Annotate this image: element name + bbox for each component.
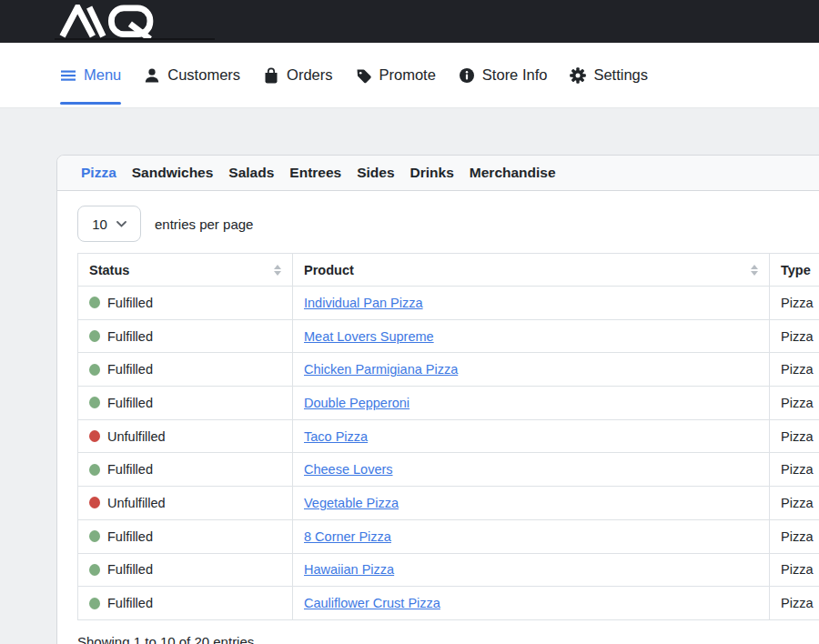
entries-per-page-value: 10 xyxy=(92,216,107,232)
status-dot xyxy=(89,397,100,408)
type-cell: Pizza xyxy=(770,453,819,487)
status-label: Fulfilled xyxy=(107,596,153,610)
column-header-product[interactable]: Product xyxy=(293,254,770,287)
menu-card: Pizza Sandwiches Salads Entrees Sides Dr… xyxy=(56,155,819,644)
status-label: Fulfilled xyxy=(107,462,153,477)
tab-sides[interactable]: Sides xyxy=(357,165,394,181)
sort-icon xyxy=(751,265,758,276)
status-dot xyxy=(89,430,100,442)
type-cell: Pizza xyxy=(770,587,819,620)
logo-underline xyxy=(55,38,215,40)
type-cell: Pizza xyxy=(770,387,819,420)
nav-item-label: Promote xyxy=(379,66,436,84)
entries-per-page-row: 10 entries per page xyxy=(77,206,819,242)
status-dot xyxy=(89,364,100,376)
nav-item-label: Orders xyxy=(287,66,332,84)
status-dot xyxy=(89,497,100,508)
shopping-bag-icon xyxy=(263,67,279,84)
tag-icon xyxy=(356,67,372,84)
products-table: Status Product Type xyxy=(77,253,819,620)
table-row: Fulfilled Chicken Parmigiana Pizza Pizza xyxy=(78,353,819,387)
type-cell: Pizza xyxy=(770,419,819,453)
column-label: Product xyxy=(304,263,354,277)
column-header-type[interactable]: Type xyxy=(770,254,819,287)
status-dot xyxy=(89,297,100,308)
top-brand-bar xyxy=(0,0,819,43)
page-content: Pizza Sandwiches Salads Entrees Sides Dr… xyxy=(0,108,819,644)
tab-merchandise[interactable]: Merchandise xyxy=(470,165,556,181)
nav-item-label: Menu xyxy=(84,66,121,84)
category-tabs: Pizza Sandwiches Salads Entrees Sides Dr… xyxy=(57,156,819,191)
person-icon xyxy=(144,67,160,84)
status-label: Unfulfilled xyxy=(107,496,166,510)
column-label: Status xyxy=(89,263,129,277)
product-link[interactable]: Individual Pan Pizza xyxy=(304,296,423,310)
product-link[interactable]: Meat Lovers Supreme xyxy=(304,329,434,344)
tab-drinks[interactable]: Drinks xyxy=(410,165,454,181)
type-cell: Pizza xyxy=(770,353,819,387)
column-header-status[interactable]: Status xyxy=(78,254,293,287)
tab-sandwiches[interactable]: Sandwiches xyxy=(132,165,214,181)
status-label: Fulfilled xyxy=(107,362,153,377)
product-link[interactable]: Taco Pizza xyxy=(304,429,368,444)
status-label: Fulfilled xyxy=(107,529,153,544)
type-cell: Pizza xyxy=(770,519,819,553)
nav-item-label: Settings xyxy=(593,66,648,84)
status-label: Fulfilled xyxy=(107,296,153,310)
sort-icon xyxy=(274,265,281,276)
info-circle-icon xyxy=(459,67,475,84)
product-link[interactable]: Double Pepperoni xyxy=(304,396,410,410)
column-label: Type xyxy=(781,263,811,277)
product-link[interactable]: Vegetable Pizza xyxy=(304,496,399,510)
table-row: Fulfilled Cauliflower Crust Pizza Pizza xyxy=(78,587,819,620)
status-dot xyxy=(89,564,100,576)
product-link[interactable]: Cheese Lovers xyxy=(304,462,393,477)
entries-per-page-label: entries per page xyxy=(155,216,253,232)
nav-item-label: Customers xyxy=(167,66,240,84)
product-link[interactable]: Hawaiian Pizza xyxy=(304,562,394,577)
status-label: Fulfilled xyxy=(107,396,153,410)
showing-entries-text: Showing 1 to 10 of 20 entries xyxy=(77,634,819,644)
card-body: 10 entries per page Status xyxy=(57,191,819,644)
table-header-row: Status Product Type xyxy=(78,254,819,287)
type-cell: Pizza xyxy=(770,487,819,520)
tab-pizza[interactable]: Pizza xyxy=(81,165,116,181)
table-row: Unfulfilled Vegetable Pizza Pizza xyxy=(78,487,819,520)
nav-item-promote[interactable]: Promote xyxy=(356,43,436,107)
table-row: Fulfilled Cheese Lovers Pizza xyxy=(78,453,819,487)
product-link[interactable]: 8 Corner Pizza xyxy=(304,529,391,544)
status-dot xyxy=(89,464,100,476)
table-row: Fulfilled Individual Pan Pizza Pizza xyxy=(78,287,819,320)
nav-item-label: Store Info xyxy=(482,66,548,84)
aiq-logo-icon xyxy=(58,5,158,39)
status-label: Unfulfilled xyxy=(107,429,166,444)
table-row: Fulfilled Double Pepperoni Pizza xyxy=(78,387,819,420)
status-dot xyxy=(89,330,100,342)
type-cell: Pizza xyxy=(770,319,819,353)
nav-item-store-info[interactable]: Store Info xyxy=(459,43,548,107)
chevron-down-icon xyxy=(116,221,126,227)
type-cell: Pizza xyxy=(770,553,819,587)
status-label: Fulfilled xyxy=(107,329,153,344)
gear-icon xyxy=(570,67,586,84)
product-link[interactable]: Chicken Parmigiana Pizza xyxy=(304,362,458,377)
nav-item-settings[interactable]: Settings xyxy=(570,43,648,107)
app-logo[interactable] xyxy=(58,5,158,43)
status-dot xyxy=(89,530,100,542)
type-cell: Pizza xyxy=(770,287,819,320)
table-row: Fulfilled Meat Lovers Supreme Pizza xyxy=(78,319,819,353)
hamburger-icon xyxy=(60,67,76,84)
main-navbar: Menu Customers Orders Promote xyxy=(0,43,819,108)
product-link[interactable]: Cauliflower Crust Pizza xyxy=(304,596,440,610)
tab-entrees[interactable]: Entrees xyxy=(289,165,341,181)
table-row: Fulfilled 8 Corner Pizza Pizza xyxy=(78,519,819,553)
table-row: Unfulfilled Taco Pizza Pizza xyxy=(78,419,819,453)
status-label: Fulfilled xyxy=(107,562,153,577)
nav-item-menu[interactable]: Menu xyxy=(60,43,121,107)
status-dot xyxy=(89,598,100,609)
tab-salads[interactable]: Salads xyxy=(228,165,274,181)
nav-item-orders[interactable]: Orders xyxy=(263,43,332,107)
table-row: Fulfilled Hawaiian Pizza Pizza xyxy=(78,553,819,587)
nav-item-customers[interactable]: Customers xyxy=(144,43,240,107)
entries-per-page-select[interactable]: 10 xyxy=(77,206,141,242)
